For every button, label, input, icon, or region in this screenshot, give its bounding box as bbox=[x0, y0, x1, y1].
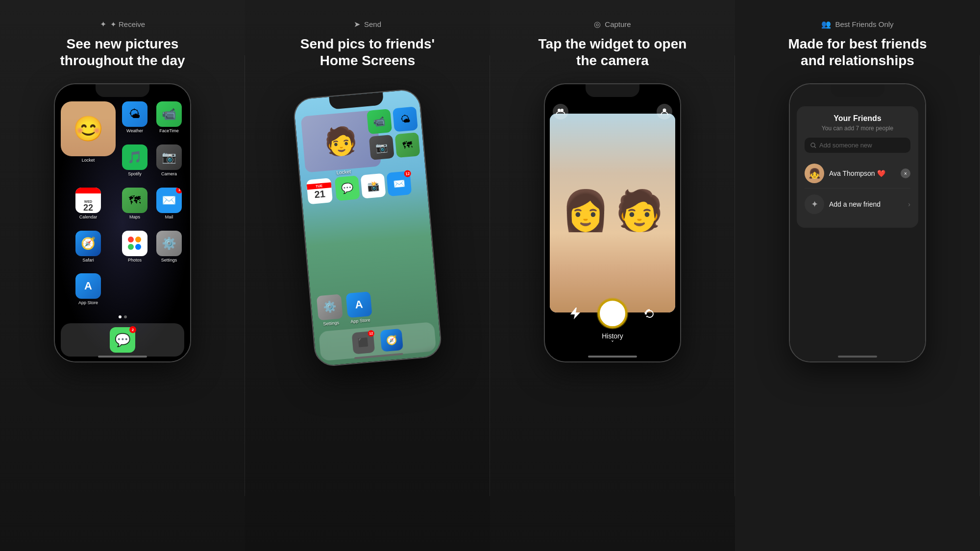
send-appstore-icon[interactable]: A App Store bbox=[346, 291, 373, 324]
app-icon-facetime[interactable]: 📹 FaceTime bbox=[154, 101, 184, 141]
phone-notch-4 bbox=[831, 84, 884, 97]
bestfriends-label: Best Friends Only bbox=[835, 20, 893, 28]
bestfriends-phone: Your Friends You can add 7 more people A… bbox=[789, 83, 926, 362]
dock: 💬 2 bbox=[61, 323, 184, 357]
dock-safari-send[interactable]: 🧭 bbox=[380, 329, 403, 352]
people-icon: 👥 bbox=[821, 20, 831, 29]
add-new-friend-item[interactable]: ✦ Add a new friend › bbox=[805, 189, 910, 220]
flash-button[interactable] bbox=[567, 306, 583, 321]
receive-header: ✦ ✦ Receive See new pictures throughout … bbox=[44, 20, 201, 69]
receive-title: See new pictures throughout the day bbox=[44, 36, 201, 69]
flip-camera-button[interactable] bbox=[642, 306, 658, 321]
your-friends-title: Your Friends bbox=[805, 114, 910, 123]
capture-label: Capture bbox=[605, 20, 631, 28]
friend-avatar: 👧 bbox=[805, 164, 824, 183]
plus-sparkle-icon: ✦ bbox=[811, 199, 818, 210]
app-icon-settings[interactable]: ⚙️ Settings bbox=[154, 231, 184, 270]
send-messages-icon[interactable]: 💬 bbox=[335, 175, 360, 201]
history-section: History ˅ bbox=[602, 332, 623, 347]
dock-multitask[interactable]: ⬛ 12 bbox=[352, 331, 375, 355]
send-header: ➤ Send Send pics to friends' Home Screen… bbox=[289, 20, 446, 69]
friends-count-subtitle: You can add 7 more people bbox=[805, 125, 910, 132]
app-icon-maps[interactable]: 🗺 Maps bbox=[120, 188, 150, 227]
bestfriends-panel: 👥 Best Friends Only Made for best friend… bbox=[735, 0, 980, 551]
profile-icon-btn[interactable] bbox=[657, 104, 672, 120]
friends-search-bar[interactable]: Add someone new bbox=[805, 138, 910, 153]
camera-buttons-row bbox=[567, 299, 658, 328]
send-arrow-icon: ➤ bbox=[354, 20, 360, 29]
friends-card: Your Friends You can add 7 more people A… bbox=[797, 106, 918, 228]
messages-dock-icon[interactable]: 💬 2 bbox=[110, 327, 135, 353]
app-icon-mail[interactable]: ✉️ 1 Mail bbox=[154, 188, 184, 227]
send-screen: 🧑 Locket 📹 🌤 📷 🗺 TUE 21 💬 📸 ✉️ bbox=[294, 89, 442, 366]
app-icon-spotify[interactable]: 🎵 Spotify bbox=[120, 144, 150, 184]
capture-header: ◎ Capture Tap the widget to open the cam… bbox=[534, 20, 691, 69]
app-icon-appstore[interactable]: A App Store bbox=[61, 273, 116, 312]
camera-controls: History ˅ bbox=[545, 299, 680, 352]
bestfriends-title: Made for best friends and relationships bbox=[779, 36, 936, 69]
send-title: Send pics to friends' Home Screens bbox=[289, 36, 446, 69]
friend-name: Ava Thompson ❤️ bbox=[829, 169, 896, 177]
home-bar-3 bbox=[588, 356, 637, 358]
camera-selfie-photo: 👩 🧑 bbox=[550, 114, 675, 312]
svg-point-3 bbox=[811, 143, 815, 147]
home-bar-1 bbox=[98, 356, 147, 358]
friends-screen-wrap: Your Friends You can add 7 more people A… bbox=[790, 84, 925, 361]
friend-ava-thompson: 👧 Ava Thompson ❤️ × bbox=[805, 159, 910, 189]
sparkle-icon: ✦ bbox=[100, 20, 106, 29]
add-friend-chevron: › bbox=[908, 200, 910, 208]
capture-panel: ◎ Capture Tap the widget to open the cam… bbox=[490, 0, 735, 551]
app-icon-calendar[interactable]: WED 22 Calendar bbox=[61, 188, 116, 227]
send-app-maps[interactable]: 🗺 bbox=[395, 132, 420, 158]
capture-phone: 👩 🧑 bbox=[544, 83, 681, 362]
send-mail-icon[interactable]: ✉️ 12 bbox=[386, 171, 412, 196]
friend-remove-button[interactable]: × bbox=[901, 168, 910, 178]
receive-panel: ✦ ✦ Receive See new pictures throughout … bbox=[0, 0, 245, 551]
send-app-facetime[interactable]: 📹 bbox=[367, 109, 392, 134]
capture-title: Tap the widget to open the camera bbox=[534, 36, 691, 69]
svg-point-0 bbox=[558, 109, 561, 112]
homescreen: 😊 Locket 🌤 Weather 📹 FaceTime bbox=[55, 84, 190, 361]
app-icon-weather[interactable]: 🌤 Weather bbox=[120, 101, 150, 141]
send-icon-label: ➤ Send bbox=[289, 20, 446, 29]
receive-phone: 😊 Locket 🌤 Weather 📹 FaceTime bbox=[54, 83, 191, 362]
friends-icon-btn[interactable] bbox=[553, 104, 568, 120]
app-icon-photos[interactable]: Photos bbox=[120, 231, 150, 270]
locket-widget[interactable]: 😊 Locket bbox=[61, 101, 116, 184]
bestfriends-icon-label: 👥 Best Friends Only bbox=[779, 20, 936, 29]
phone-notch-3 bbox=[586, 84, 639, 97]
receive-icon-label: ✦ ✦ Receive bbox=[44, 20, 201, 29]
add-friend-label: Add a new friend bbox=[829, 200, 903, 208]
camera-screen: 👩 🧑 bbox=[545, 84, 680, 361]
search-placeholder: Add someone new bbox=[819, 142, 872, 149]
send-label: Send bbox=[364, 20, 381, 28]
svg-point-1 bbox=[561, 109, 564, 112]
page-dots bbox=[61, 315, 184, 318]
shutter-button[interactable] bbox=[598, 299, 627, 328]
bestfriends-header: 👥 Best Friends Only Made for best friend… bbox=[779, 20, 936, 69]
history-chevron: ˅ bbox=[602, 340, 623, 347]
send-phone: 🧑 Locket 📹 🌤 📷 🗺 TUE 21 💬 📸 ✉️ bbox=[293, 88, 443, 368]
svg-line-4 bbox=[814, 146, 816, 148]
send-settings-icon[interactable]: ⚙️ Settings bbox=[317, 294, 343, 327]
capture-icon-label: ◎ Capture bbox=[534, 20, 691, 29]
add-friend-icon: ✦ bbox=[805, 194, 824, 214]
send-panel: ➤ Send Send pics to friends' Home Screen… bbox=[245, 0, 490, 551]
history-label: History bbox=[602, 332, 623, 340]
send-photos-icon[interactable]: 📸 bbox=[361, 173, 386, 199]
app-icon-camera[interactable]: 📷 Camera bbox=[154, 144, 184, 184]
send-app-camera[interactable]: 📷 bbox=[369, 135, 394, 160]
home-bar-4 bbox=[838, 356, 877, 358]
send-app-weather[interactable]: 🌤 bbox=[392, 107, 418, 132]
camera-circle-icon: ◎ bbox=[594, 20, 601, 29]
app-icon-safari[interactable]: 🧭 Safari bbox=[61, 231, 116, 270]
phone-notch-1 bbox=[96, 84, 149, 97]
receive-label: ✦ Receive bbox=[110, 20, 145, 29]
